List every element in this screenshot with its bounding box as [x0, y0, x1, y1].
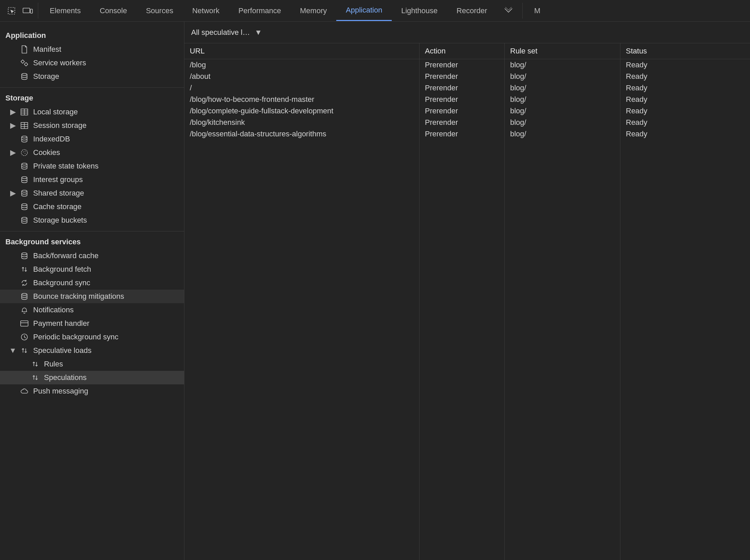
table-cell-ruleset[interactable]: blog/ — [505, 105, 620, 117]
table-cell-ruleset[interactable]: blog/ — [505, 71, 620, 82]
sidebar-item-session-storage[interactable]: ▶ Session storage — [0, 119, 184, 132]
table-cell-url[interactable]: /blog — [184, 59, 419, 71]
tab-performance[interactable]: Performance — [229, 1, 290, 21]
table-cell-action[interactable]: Prerender — [420, 59, 504, 71]
tab-console[interactable]: Console — [90, 1, 137, 21]
speculations-panel: All speculative l… ▼ URL Action Rule set… — [184, 22, 750, 560]
table-cell-status[interactable]: Ready — [621, 128, 750, 140]
sidebar-item-speculations[interactable]: Speculations — [0, 371, 184, 384]
expand-arrow-icon[interactable]: ▶ — [10, 150, 16, 155]
device-mode-icon[interactable] — [20, 3, 36, 19]
sidebar-item-indexeddb[interactable]: ▶ IndexedDB — [0, 132, 184, 146]
table-cell-url[interactable]: /blog/complete-guide-fullstack-developme… — [184, 105, 419, 117]
table-cell-url[interactable]: /blog/kitchensink — [184, 117, 419, 128]
database-icon — [20, 175, 29, 184]
sidebar-item-payment-handler[interactable]: ▶ Payment handler — [0, 317, 184, 330]
sidebar-item-storage-buckets[interactable]: ▶ Storage buckets — [0, 214, 184, 227]
devtools-tabs: Elements Console Sources Network Perform… — [0, 0, 750, 22]
tree-item-label: Background sync — [33, 279, 90, 287]
database-icon — [20, 134, 29, 144]
sidebar-item-storage[interactable]: ▶ Storage — [0, 70, 184, 83]
table-cell-status[interactable]: Ready — [621, 117, 750, 128]
table-cell-action[interactable]: Prerender — [420, 94, 504, 105]
column-header-ruleset[interactable]: Rule set — [505, 43, 621, 59]
database-icon — [20, 161, 29, 171]
table-cell-url[interactable]: /blog/how-to-become-frontend-master — [184, 94, 419, 105]
table-cell-status[interactable]: Ready — [621, 94, 750, 105]
tab-lighthouse[interactable]: Lighthouse — [392, 1, 447, 21]
expand-arrow-icon[interactable]: ▶ — [10, 191, 16, 196]
sidebar-item-interest-groups[interactable]: ▶ Interest groups — [0, 173, 184, 186]
table-cell-ruleset[interactable]: blog/ — [505, 128, 620, 140]
svg-point-18 — [22, 253, 27, 255]
sidebar-item-speculative-loads[interactable]: ▼ Speculative loads — [0, 344, 184, 357]
sidebar-item-manifest[interactable]: ▶ Manifest — [0, 43, 184, 56]
sidebar-item-back-forward-cache[interactable]: ▶ Back/forward cache — [0, 249, 184, 263]
sidebar-item-background-sync[interactable]: ▶ Background sync — [0, 276, 184, 289]
expand-arrow-icon[interactable]: ▶ — [10, 123, 16, 128]
sidebar-item-notifications[interactable]: ▶ Notifications — [0, 303, 184, 317]
sidebar-item-shared-storage[interactable]: ▶ Shared storage — [0, 186, 184, 200]
tab-label: Network — [192, 6, 220, 15]
tree-item-label: Back/forward cache — [33, 252, 98, 260]
sidebar-item-cache-storage[interactable]: ▶ Cache storage — [0, 200, 184, 214]
sidebar-item-rules[interactable]: Rules — [0, 357, 184, 371]
table-cell-ruleset[interactable]: blog/ — [505, 82, 620, 94]
application-sidebar[interactable]: Application ▶ Manifest ▶ Service workers… — [0, 22, 184, 560]
inspect-icon[interactable] — [3, 3, 20, 19]
sidebar-item-service-workers[interactable]: ▶ Service workers — [0, 56, 184, 70]
tree-item-label: Speculations — [44, 373, 87, 382]
tab-network[interactable]: Network — [183, 1, 229, 21]
table-cell-action[interactable]: Prerender — [420, 128, 504, 140]
sidebar-item-bounce-tracking-mitigations[interactable]: ▶ Bounce tracking mitigations — [0, 289, 184, 303]
chevron-down-icon: ▼ — [255, 28, 262, 37]
svg-rect-2 — [31, 9, 33, 13]
expand-arrow-icon[interactable]: ▶ — [10, 109, 16, 115]
truncated-label: M — [525, 1, 540, 21]
dropdown-label: All speculative l… — [191, 28, 250, 37]
table-cell-status[interactable]: Ready — [621, 59, 750, 71]
tab-label: Sources — [146, 6, 173, 15]
sidebar-item-private-state-tokens[interactable]: ▶ Private state tokens — [0, 159, 184, 173]
bell-icon — [20, 305, 29, 315]
table-cell-ruleset[interactable]: blog/ — [505, 94, 620, 105]
table-cell-action[interactable]: Prerender — [420, 105, 504, 117]
tab-recorder[interactable]: Recorder — [447, 1, 496, 21]
column-header-status[interactable]: Status — [621, 43, 750, 59]
tab-sources[interactable]: Sources — [136, 1, 183, 21]
table-cell-url[interactable]: /blog/essential-data-structures-algorith… — [184, 128, 419, 140]
table-cell-status[interactable]: Ready — [621, 105, 750, 117]
sidebar-item-cookies[interactable]: ▶ Cookies — [0, 146, 184, 159]
section-title: Application — [0, 25, 184, 43]
sidebar-item-periodic-background-sync[interactable]: ▶ Periodic background sync — [0, 330, 184, 344]
table-cell-ruleset[interactable]: blog/ — [505, 59, 620, 71]
tab-memory[interactable]: Memory — [290, 1, 336, 21]
table-cell-action[interactable]: Prerender — [420, 71, 504, 82]
table-cell-ruleset[interactable]: blog/ — [505, 117, 620, 128]
tab-application[interactable]: Application — [336, 0, 392, 21]
column-header-url[interactable]: URL — [184, 43, 420, 59]
table-cell-status[interactable]: Ready — [621, 71, 750, 82]
svg-point-16 — [22, 204, 27, 206]
sidebar-item-background-fetch[interactable]: ▶ Background fetch — [0, 263, 184, 276]
speculative-loads-filter-dropdown[interactable]: All speculative l… ▼ — [191, 28, 262, 37]
table-cell-status[interactable]: Ready — [621, 82, 750, 94]
expand-arrow-icon[interactable]: ▼ — [10, 348, 16, 353]
table-cell-url[interactable]: /about — [184, 71, 419, 82]
more-tabs-icon[interactable] — [496, 6, 520, 15]
table-cell-action[interactable]: Prerender — [420, 117, 504, 128]
sidebar-item-push-messaging[interactable]: ▶ Push messaging — [0, 384, 184, 398]
svg-point-10 — [23, 152, 24, 152]
column-header-action[interactable]: Action — [420, 43, 505, 59]
tab-elements[interactable]: Elements — [40, 1, 90, 21]
column-action: Prerender Prerender Prerender Prerender … — [420, 59, 505, 560]
svg-rect-1 — [23, 8, 30, 13]
sidebar-item-local-storage[interactable]: ▶ Local storage — [0, 105, 184, 119]
tree-item-label: Rules — [44, 360, 63, 368]
table-cell-action[interactable]: Prerender — [420, 82, 504, 94]
table-cell-url[interactable]: / — [184, 82, 419, 94]
tree-item-label: Private state tokens — [33, 162, 98, 171]
section-title: Storage — [0, 88, 184, 105]
svg-point-15 — [22, 190, 27, 192]
tree-item-label: Storage buckets — [33, 216, 87, 225]
